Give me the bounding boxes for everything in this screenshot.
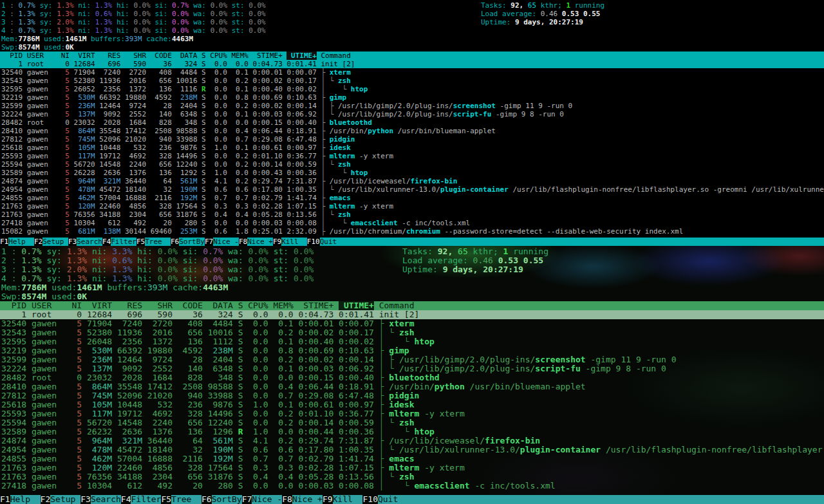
process-row-24855[interactable]: 24855gawen5462M57004168882116192MS0.70.7… bbox=[0, 194, 824, 202]
process-row-24954[interactable]: 24954gawen5478M454721814032190MS0.60.60:… bbox=[0, 185, 824, 194]
column-header-pid[interactable]: PID bbox=[1, 301, 26, 310]
process-row-25618[interactable]: 25618gawen5105M104485322369876S1.00.10:0… bbox=[0, 144, 824, 152]
column-header-s[interactable]: S bbox=[201, 51, 206, 60]
fkey-f5-tree[interactable]: F5Tree bbox=[136, 238, 171, 246]
column-header-stime[interactable]: STIME+ bbox=[299, 301, 334, 310]
fkey-f7-nice[interactable]: F7Nice - bbox=[242, 495, 283, 504]
column-header-user[interactable]: USER bbox=[32, 301, 67, 310]
process-row-32599[interactable]: 32599gawen5236M124649724282404S0.00.20:0… bbox=[0, 355, 824, 364]
process-row-32595[interactable]: 32595gawen526052235613721361116R0.00.10:… bbox=[0, 85, 824, 93]
process-row-32543[interactable]: 32543gawen55238011936201665610016S0.00.2… bbox=[0, 77, 824, 85]
column-header-res[interactable]: RES bbox=[99, 51, 120, 60]
fkey-f3-search[interactable]: F3Search bbox=[80, 495, 121, 504]
column-header-user[interactable]: USER bbox=[27, 51, 57, 60]
process-row-24855[interactable]: 24855gawen5462M57004168882116192MS0.70.7… bbox=[0, 454, 824, 463]
column-header-data[interactable]: DATA bbox=[208, 301, 233, 310]
column-header-shr[interactable]: SHR bbox=[147, 301, 173, 310]
fkey-f4-filter[interactable]: F4Filter bbox=[102, 238, 136, 246]
process-row-32540[interactable]: 32540gawen571904724027204084484S0.00.10:… bbox=[0, 319, 824, 328]
process-row-32224[interactable]: 32224gawen5137M909225521406348S0.00.10:0… bbox=[0, 110, 824, 118]
process-row-25594[interactable]: 25594gawen55672014548224065612240S0.00.2… bbox=[0, 160, 824, 169]
fkey-f6-sortby[interactable]: F6SortBy bbox=[171, 238, 205, 246]
fkey-f9-kill[interactable]: F9Kill bbox=[323, 495, 363, 504]
process-row-25593[interactable]: 25593gawen5117M19712469232814496S0.00.20… bbox=[0, 409, 824, 418]
command-path: /usr/lib/gimp/2.0/plug-ins/ bbox=[399, 364, 535, 373]
fkey-f1-help[interactable]: F1Help bbox=[0, 495, 41, 504]
uptime-meter: Uptime: 9 days, 20:27:19 bbox=[481, 18, 604, 26]
process-row-1[interactable]: 1root01268469659036324S0.00.00:04.730:01… bbox=[0, 310, 824, 319]
column-header-utime[interactable]: UTIME+ bbox=[339, 301, 374, 310]
column-header-s[interactable]: S bbox=[238, 301, 243, 310]
column-header-data[interactable]: DATA bbox=[176, 51, 197, 60]
column-header-mem[interactable]: MEM% bbox=[231, 51, 248, 60]
process-row-32224[interactable]: 32224gawen5137M909225521406348S0.00.10:0… bbox=[0, 364, 824, 373]
fkey-f8-nice[interactable]: F8Nice + bbox=[239, 238, 273, 246]
fkey-f10-quit[interactable]: F10Quit bbox=[307, 238, 346, 246]
column-header-utime[interactable]: UTIME+ bbox=[286, 51, 316, 60]
fkey-f5-tree[interactable]: F5Tree bbox=[161, 495, 201, 504]
fkey-f10-quit[interactable]: F10Quit bbox=[362, 495, 407, 504]
column-header-mem[interactable]: MEM% bbox=[273, 301, 293, 310]
process-row-32595[interactable]: 32595gawen526048235613721361112S0.00.10:… bbox=[0, 337, 824, 346]
process-row-32599[interactable]: 32599gawen5236M124649724282404S0.00.20:0… bbox=[0, 102, 824, 110]
fkey-f4-filter[interactable]: F4Filter bbox=[121, 495, 162, 504]
process-row-28482[interactable]: 28482root02303220281684828348S0.00.00:00… bbox=[0, 373, 824, 382]
column-header-res[interactable]: RES bbox=[117, 301, 142, 310]
mem-cache: 4463M bbox=[172, 35, 193, 43]
column-header-cmd[interactable]: Command bbox=[379, 301, 824, 310]
cell-cpu-percent: 0.4 bbox=[248, 472, 268, 481]
column-header-virt[interactable]: VIRT bbox=[74, 51, 95, 60]
column-header-cmd[interactable]: Command bbox=[321, 51, 824, 60]
process-row-27418[interactable]: 27418gawen51030461249220280S0.00.00:00.0… bbox=[0, 481, 824, 490]
process-row-32589[interactable]: 32589gawen526228263613761361292S1.00.00:… bbox=[0, 169, 824, 177]
process-row-27812[interactable]: 27812gawen5745M520962102094033988S0.00.7… bbox=[0, 391, 824, 400]
fkey-f7-nice[interactable]: F7Nice - bbox=[205, 238, 239, 246]
process-row-21763[interactable]: 21763gawen57635634188230465631876S0.40.4… bbox=[0, 472, 824, 481]
column-header-pid[interactable]: PID bbox=[1, 51, 23, 60]
column-header-cpu[interactable]: CPU% bbox=[248, 301, 268, 310]
cell-stime: 0:02.28 bbox=[299, 463, 334, 472]
column-header-shr[interactable]: SHR bbox=[125, 51, 146, 60]
fkey-f9-kill[interactable]: F9Kill bbox=[273, 238, 307, 246]
process-row-32543[interactable]: 32543gawen55238011936201665610016S0.00.2… bbox=[0, 328, 824, 337]
process-row-28410[interactable]: 28410gawen5864M3554817412250898588S0.00.… bbox=[0, 127, 824, 135]
fkey-f3-search[interactable]: F3Search bbox=[68, 238, 102, 246]
process-row-28410[interactable]: 28410gawen5864M3554817412250898588S0.00.… bbox=[0, 382, 824, 391]
fkey-label: Help bbox=[8, 238, 34, 246]
process-row-32219[interactable]: 32219gawen5530M66392198804592238MS0.00.8… bbox=[0, 346, 824, 355]
cell-utime: 0:00.14 bbox=[339, 355, 374, 364]
column-header-stime[interactable]: STIME+ bbox=[253, 51, 283, 60]
fkey-f8-nice[interactable]: F8Nice + bbox=[282, 495, 323, 504]
process-row-24874[interactable]: 24874gawen5964M321M3644064561MS4.10.20:2… bbox=[0, 436, 824, 445]
process-row-24954[interactable]: 24954gawen5478M454721814032190MS0.60.60:… bbox=[0, 445, 824, 454]
process-row-32540[interactable]: 32540gawen571904724027204084484S0.00.10:… bbox=[0, 68, 824, 77]
process-row-32219[interactable]: 32219gawen5530M66392198804592238MS0.00.8… bbox=[0, 93, 824, 102]
process-row-21763[interactable]: 21763gawen5120M22460485632817564S0.30.30… bbox=[0, 463, 824, 472]
process-row-15082[interactable]: 15082gawen5681M138M3014469460253MS0.61.8… bbox=[0, 227, 824, 236]
process-row-24874[interactable]: 24874gawen5964M321M3644064561MS4.10.20:2… bbox=[0, 177, 824, 185]
process-row-27812[interactable]: 27812gawen5745M520962102094033988S0.00.7… bbox=[0, 135, 824, 144]
tree-branch: ├ bbox=[321, 194, 329, 202]
column-header-ni[interactable]: NI bbox=[61, 51, 70, 60]
tasks-running: 1 bbox=[503, 247, 514, 256]
process-row-21763[interactable]: 21763gawen5120M22460485632817564S0.30.30… bbox=[0, 202, 824, 210]
process-row-25618[interactable]: 25618gawen5105M104485322369876S1.00.10:0… bbox=[0, 400, 824, 409]
process-row-27418[interactable]: 27418gawen51030461249220280S0.00.00:00.0… bbox=[0, 219, 824, 227]
process-row-21763[interactable]: 21763gawen57635634188230465631876S0.40.4… bbox=[0, 210, 824, 219]
process-row-25593[interactable]: 25593gawen5117M19712469232814496S0.00.20… bbox=[0, 152, 824, 160]
column-header-cpu[interactable]: CPU% bbox=[210, 51, 227, 60]
cell-user: gawen bbox=[27, 93, 57, 102]
process-row-28482[interactable]: 28482root02303220281684828348S0.00.00:00… bbox=[0, 118, 824, 127]
process-row-32589[interactable]: 32589gawen526232263613761361296R1.00.00:… bbox=[0, 427, 824, 436]
fkey-f6-sortby[interactable]: F6SortBy bbox=[201, 495, 242, 504]
fkey-f2-setup[interactable]: F2Setup bbox=[34, 238, 68, 246]
fkey-f1-help[interactable]: F1Help bbox=[0, 238, 34, 246]
cell-mem-percent: 0.2 bbox=[231, 152, 248, 160]
column-header-code[interactable]: CODE bbox=[178, 301, 203, 310]
column-header-ni[interactable]: NI bbox=[72, 301, 82, 310]
column-header-virt[interactable]: VIRT bbox=[87, 301, 112, 310]
column-header-code[interactable]: CODE bbox=[151, 51, 172, 60]
process-row-1[interactable]: 1root01268469659036324S0.00.00:04.730:01… bbox=[0, 60, 824, 68]
process-row-25594[interactable]: 25594gawen55672014548224065612240S0.00.2… bbox=[0, 418, 824, 427]
fkey-f2-setup[interactable]: F2Setup bbox=[41, 495, 81, 504]
